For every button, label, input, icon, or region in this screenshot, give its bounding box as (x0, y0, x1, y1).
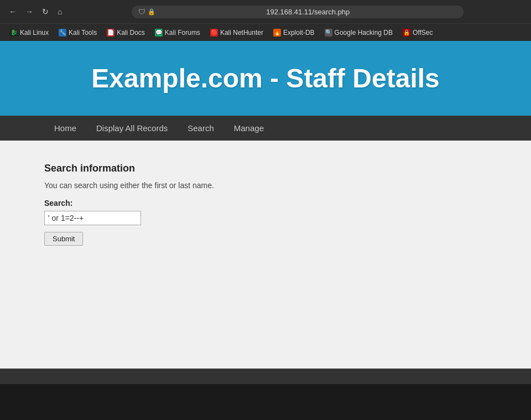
kali-linux-icon: 🐉 (10, 29, 18, 37)
submit-button[interactable]: Submit (44, 232, 83, 246)
bookmark-kali-linux[interactable]: 🐉 Kali Linux (6, 28, 53, 38)
bookmark-kali-linux-label: Kali Linux (20, 29, 49, 37)
shield-icon: 🛡 (138, 8, 145, 16)
refresh-button[interactable]: ↻ (39, 5, 52, 18)
site-footer (0, 369, 531, 384)
bookmark-google-hacking[interactable]: 🔍 Google Hacking DB (320, 28, 397, 38)
bookmark-exploit-db[interactable]: 🔥 Exploit-DB (269, 28, 319, 38)
nav-home[interactable]: Home (44, 116, 86, 141)
bookmark-offsec-label: OffSec (413, 29, 433, 37)
back-button[interactable]: ← (6, 5, 20, 18)
nav-manage[interactable]: Manage (224, 116, 274, 141)
exploit-db-icon: 🔥 (273, 29, 281, 37)
bookmark-google-hacking-label: Google Hacking DB (335, 29, 393, 37)
bookmark-kali-docs-label: Kali Docs (117, 29, 145, 37)
nav-buttons: ← → ↻ ⌂ (6, 5, 65, 18)
site-header: Example.com - Staff Details (0, 41, 531, 116)
lock-icon: 🔒 (148, 8, 155, 15)
home-button[interactable]: ⌂ (54, 5, 65, 18)
google-hacking-icon: 🔍 (325, 29, 332, 37)
page-wrapper: Example.com - Staff Details Home Display… (0, 41, 531, 384)
bookmark-nethunter[interactable]: 🔴 Kali NetHunter (206, 28, 268, 38)
main-content: Search information You can search using … (0, 141, 531, 369)
kali-tools-icon: 🔧 (59, 29, 66, 37)
bookmark-kali-forums[interactable]: 💬 Kali Forums (150, 28, 205, 38)
kali-docs-icon: 📄 (107, 29, 114, 37)
nav-search[interactable]: Search (178, 116, 224, 141)
forward-button[interactable]: → (22, 5, 37, 18)
site-nav: Home Display All Records Search Manage (0, 116, 531, 141)
browser-chrome: ← → ↻ ⌂ 🛡 🔒 192.168.41.11/search.php 🐉 K… (0, 0, 531, 41)
search-label: Search: (44, 199, 487, 208)
bookmark-kali-tools[interactable]: 🔧 Kali Tools (54, 28, 101, 38)
bookmarks-bar: 🐉 Kali Linux 🔧 Kali Tools 📄 Kali Docs 💬 … (0, 23, 531, 41)
bookmark-nethunter-label: Kali NetHunter (220, 29, 263, 37)
search-input[interactable] (44, 211, 141, 225)
nav-display-all[interactable]: Display All Records (86, 116, 178, 141)
bookmark-offsec[interactable]: 🔒 OffSec (398, 28, 437, 38)
site-title: Example.com - Staff Details (11, 63, 520, 94)
search-info-heading: Search information (44, 163, 487, 174)
bookmark-kali-forums-label: Kali Forums (165, 29, 200, 37)
address-bar-container[interactable]: 🛡 🔒 192.168.41.11/search.php (132, 6, 464, 18)
nethunter-icon: 🔴 (210, 29, 218, 37)
bookmark-kali-docs[interactable]: 📄 Kali Docs (102, 28, 149, 38)
kali-forums-icon: 💬 (155, 29, 163, 37)
address-bar-icons: 🛡 🔒 (138, 8, 155, 16)
offsec-icon: 🔒 (403, 29, 410, 37)
search-info-description: You can search using either the first or… (44, 181, 487, 190)
address-bar-url[interactable]: 192.168.41.11/search.php (159, 8, 457, 16)
search-form: Search: Submit (44, 199, 487, 246)
browser-toolbar: ← → ↻ ⌂ 🛡 🔒 192.168.41.11/search.php (0, 0, 531, 23)
bookmark-kali-tools-label: Kali Tools (69, 29, 97, 37)
bookmark-exploit-db-label: Exploit-DB (283, 29, 315, 37)
